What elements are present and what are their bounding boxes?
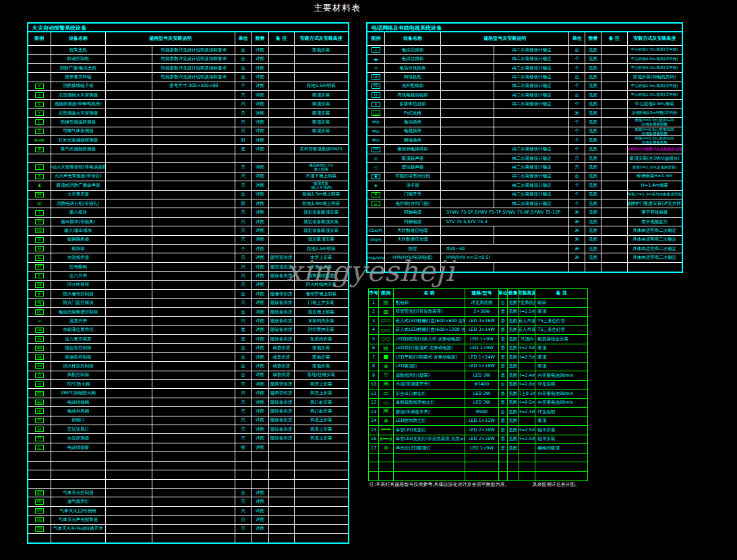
- header-cell: 数量: [508, 289, 519, 298]
- spec-cell: [152, 507, 235, 515]
- fixture-symbol-cell: Ж: [379, 408, 394, 416]
- install-cell: 距地1.5m明装: [295, 82, 348, 90]
- unit-cell: [499, 462, 508, 471]
- unit-cell: 米: [569, 236, 585, 244]
- spec-cell: [152, 299, 235, 307]
- device-name-cell: 喷淋泵控制箱: [51, 353, 106, 361]
- remark-cell: [269, 452, 295, 460]
- install-cell: [295, 462, 348, 470]
- install-cell: 暗装H=0.3m,穿JDG20沿墙及楼板暗敷: [628, 136, 682, 144]
- fixture-spec-cell: LED 3W: [465, 371, 499, 380]
- header-cell: 安装方式及安装高度: [295, 32, 348, 45]
- spec-cell: [152, 109, 235, 117]
- legend-symbol-cell: I/O: [28, 226, 51, 235]
- unit-cell: 只: [235, 127, 252, 135]
- quantity-cell: 详图: [252, 82, 269, 90]
- install-cell: 底边距地1.5m墙上暗装: [295, 163, 348, 171]
- remark-cell: [269, 507, 295, 515]
- index-cell: 15: [369, 426, 379, 435]
- fixture-name-cell: 单面疏散指示标志灯: [394, 399, 465, 408]
- legend-symbol-cell: ⊠: [28, 145, 51, 153]
- unit-cell: 只: [235, 525, 252, 533]
- spec-cell-left: [441, 82, 494, 90]
- remark-cell: 随卷帘供货: [269, 290, 295, 298]
- device-name-cell: 大对数通信电缆: [385, 226, 441, 235]
- table-row: LIU网络机柜由二次装修设计确定台见图落地安装(弱电机房内): [367, 73, 682, 82]
- table-row: [28, 154, 348, 163]
- spec-cell-left: [441, 199, 494, 208]
- install-cell: [295, 55, 348, 63]
- spec-cell: [152, 380, 235, 388]
- install-cell: 落地安装: [295, 353, 348, 361]
- remark-cell: 随设备供货: [269, 299, 295, 307]
- device-symbol-icon: Ψto: [372, 138, 380, 142]
- unit-cell: [235, 452, 252, 460]
- remark-cell: [535, 472, 587, 481]
- legend-symbol-cell: [28, 73, 51, 81]
- spec-cell: [152, 425, 235, 433]
- legend-symbol-cell: S: [28, 91, 51, 99]
- spec-cell: [152, 272, 235, 280]
- fixture-spec-cell: Φ500: [465, 408, 499, 416]
- legend-symbol-cell: TP: [367, 91, 385, 99]
- quantity-cell: 见图: [508, 371, 519, 380]
- fixture-spec-cell: LED 1×9W: [465, 444, 499, 453]
- unit-cell: 台: [235, 55, 252, 63]
- remark-cell: [601, 154, 628, 162]
- install-cell: 水管上安装: [295, 263, 348, 271]
- spec-cell: [494, 118, 569, 126]
- unit-cell: 个: [569, 181, 585, 189]
- table-row: 图形显示终端性能参数详见设计说明及招标要求台详图: [28, 73, 348, 82]
- unit-cell: 个: [569, 136, 585, 144]
- remark-cell: [601, 253, 628, 261]
- legend-symbol-cell: M: [28, 245, 51, 253]
- device-name-cell: 手动火灾报警按钮(带电话插孔): [51, 163, 106, 171]
- remark-cell: 随风管供货: [269, 380, 295, 388]
- install-cell: 中心距地1.5m,暗装(详平面): [628, 82, 682, 90]
- table-row: XB消火栓按钮只详图消火栓箱内安装: [28, 281, 348, 290]
- device-name-cell: 图形显示终端: [51, 73, 106, 81]
- device-symbol-icon: ⊠: [35, 147, 44, 152]
- device-name-cell: 70℃防火阀: [51, 380, 106, 388]
- legend-symbol-cell: I: [28, 208, 51, 216]
- spec-cell-left: [106, 290, 152, 298]
- install-cell: 吸顶安装(嵌入吊顶内): [295, 181, 348, 189]
- table-row: SL水流指示器只详图随管道供货水管上安装: [28, 253, 348, 262]
- unit-cell: 只: [235, 497, 252, 505]
- install-cell: 落地安装(弱电机房内): [628, 73, 682, 81]
- table-row: M模块箱个详图距地1.5m明装: [28, 245, 348, 253]
- quantity-cell: 详图: [252, 163, 269, 171]
- legend-symbol-cell: XB: [28, 281, 51, 289]
- table-row: 280280℃排烟防火阀只详图随风管供货风管上安装: [28, 389, 348, 398]
- table-row: ♟吸顶式消防广播扬声器只详图吸顶安装(嵌入吊顶内): [28, 181, 348, 190]
- remark-cell: [601, 145, 628, 153]
- spec-cell-left: [106, 489, 152, 497]
- remark-cell: [269, 534, 295, 542]
- remark-cell: 随设备供货: [269, 425, 295, 433]
- remark-cell: 吸顶: [535, 344, 587, 353]
- device-name-cell: 电视插座: [385, 127, 441, 135]
- spec-cell-left: [106, 452, 152, 460]
- remark-cell: [269, 236, 295, 244]
- table-row: ▭电控锁(含闭门器)由二次装修设计确定个见图随防护门配套安装(详见大样): [367, 199, 682, 208]
- device-symbol-icon: 88: [35, 192, 44, 197]
- table-row: [369, 462, 587, 472]
- legend-symbol-cell: SF: [28, 425, 51, 433]
- legend-symbol-cell: [367, 218, 385, 226]
- quantity-cell: 详图: [252, 191, 269, 199]
- device-symbol-icon: FD: [35, 408, 44, 414]
- table-row: ⊠→⊠红外光束感烟探测器对详图: [28, 136, 348, 145]
- fixture-spec-cell: LED 2×20W: [465, 426, 499, 435]
- header-cell: 名 称: [394, 289, 465, 298]
- install-cell: 具体由运营商二次确定: [628, 226, 682, 235]
- device-name-cell: [51, 452, 106, 460]
- device-symbol-icon: QT: [35, 490, 44, 495]
- spec-cell-left: [106, 407, 152, 415]
- install-cell: 落地/挂墙安装: [295, 371, 348, 379]
- remark-cell: [269, 127, 295, 135]
- install-cell: 距地1.4m墙上明装: [295, 199, 348, 208]
- quantity-cell: [252, 452, 269, 460]
- spec-cell-left: [106, 55, 152, 63]
- header-cell: 单位: [569, 32, 585, 45]
- header-cell: 备 注: [601, 32, 628, 45]
